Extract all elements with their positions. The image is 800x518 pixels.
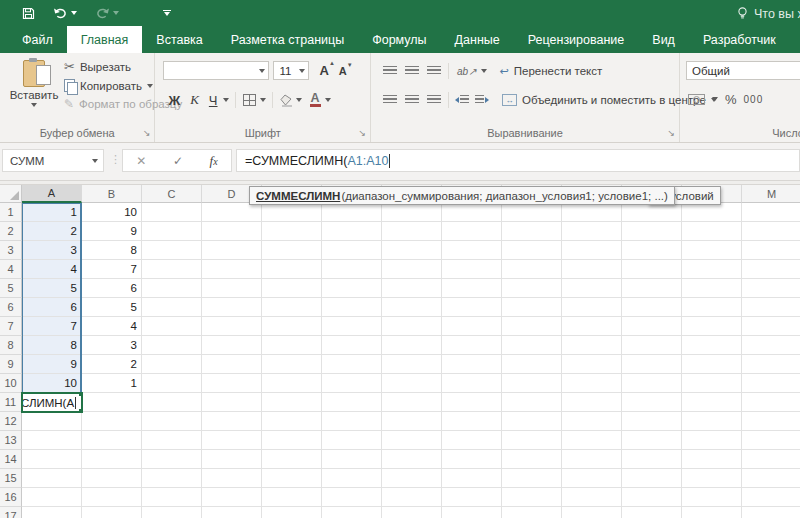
fill-color-dropdown-icon[interactable]	[296, 98, 302, 102]
cell-I4[interactable]	[502, 260, 562, 279]
cell-F1[interactable]	[322, 203, 382, 222]
currency-format-icon[interactable]	[688, 94, 705, 105]
borders-dropdown-icon[interactable]	[260, 98, 266, 102]
increase-font-size-button[interactable]: А▲	[319, 63, 328, 78]
cell-I11[interactable]	[502, 393, 562, 412]
cell-F4[interactable]	[322, 260, 382, 279]
cell-D3[interactable]	[202, 241, 262, 260]
fill-handle[interactable]	[78, 392, 83, 397]
cell-A17[interactable]	[22, 507, 82, 518]
decrease-indent-icon[interactable]	[455, 95, 469, 105]
cell-C5[interactable]	[142, 279, 202, 298]
cell-A2[interactable]: 2	[22, 222, 82, 241]
cell-M3[interactable]	[742, 241, 800, 260]
cell-J15[interactable]	[562, 469, 622, 488]
cell-A7[interactable]: 7	[22, 317, 82, 336]
cell-D2[interactable]	[202, 222, 262, 241]
cell-E17[interactable]	[262, 507, 322, 518]
cell-K17[interactable]	[622, 507, 682, 518]
cell-G8[interactable]	[382, 336, 442, 355]
cell-G11[interactable]	[382, 393, 442, 412]
clipboard-dialog-launcher-icon[interactable]: ↘	[143, 129, 151, 138]
cell-M5[interactable]	[742, 279, 800, 298]
cell-L7[interactable]	[682, 317, 742, 336]
cell-C10[interactable]	[142, 374, 202, 393]
cell-K5[interactable]	[622, 279, 682, 298]
cell-G17[interactable]	[382, 507, 442, 518]
cell-E7[interactable]	[262, 317, 322, 336]
align-center-icon[interactable]	[405, 95, 419, 105]
cell-I7[interactable]	[502, 317, 562, 336]
number-format-combobox[interactable]: Общий	[686, 61, 800, 80]
row-header-15[interactable]: 15	[0, 469, 22, 488]
cell-D13[interactable]	[202, 431, 262, 450]
cell-I16[interactable]	[502, 488, 562, 507]
cell-H8[interactable]	[442, 336, 502, 355]
paste-button[interactable]: Вставить	[8, 60, 60, 124]
cell-H12[interactable]	[442, 412, 502, 431]
tab-Рецензирование[interactable]: Рецензирование	[514, 26, 639, 53]
cell-H9[interactable]	[442, 355, 502, 374]
cell-E13[interactable]	[262, 431, 322, 450]
cell-J8[interactable]	[562, 336, 622, 355]
cell-H10[interactable]	[442, 374, 502, 393]
cell-A12[interactable]	[22, 412, 82, 431]
cell-E8[interactable]	[262, 336, 322, 355]
borders-icon[interactable]	[243, 94, 256, 106]
align-middle-icon[interactable]	[405, 66, 419, 76]
cell-G15[interactable]	[382, 469, 442, 488]
cell-C6[interactable]	[142, 298, 202, 317]
row-header-17[interactable]: 17	[0, 507, 22, 518]
cell-D1[interactable]	[202, 203, 262, 222]
paste-dropdown-icon[interactable]	[31, 103, 37, 107]
cell-B11[interactable]	[82, 393, 142, 412]
cell-F5[interactable]	[322, 279, 382, 298]
cell-J7[interactable]	[562, 317, 622, 336]
align-right-icon[interactable]	[427, 95, 441, 105]
column-header-A[interactable]: A	[22, 185, 82, 203]
cell-L16[interactable]	[682, 488, 742, 507]
cell-K9[interactable]	[622, 355, 682, 374]
cell-C2[interactable]	[142, 222, 202, 241]
cell-C13[interactable]	[142, 431, 202, 450]
fill-handle[interactable]	[78, 408, 83, 413]
cell-B15[interactable]	[82, 469, 142, 488]
cell-H4[interactable]	[442, 260, 502, 279]
cell-G16[interactable]	[382, 488, 442, 507]
cell-L12[interactable]	[682, 412, 742, 431]
cell-F12[interactable]	[322, 412, 382, 431]
cell-A16[interactable]	[22, 488, 82, 507]
cell-K7[interactable]	[622, 317, 682, 336]
row-header-13[interactable]: 13	[0, 431, 22, 450]
cell-K10[interactable]	[622, 374, 682, 393]
cell-A5[interactable]: 5	[22, 279, 82, 298]
cell-F8[interactable]	[322, 336, 382, 355]
cell-M11[interactable]	[742, 393, 800, 412]
cell-E1[interactable]	[262, 203, 322, 222]
row-header-9[interactable]: 9	[0, 355, 22, 374]
cell-G10[interactable]	[382, 374, 442, 393]
cell-H1[interactable]	[442, 203, 502, 222]
cell-J10[interactable]	[562, 374, 622, 393]
column-header-M[interactable]: M	[742, 185, 800, 203]
cell-G12[interactable]	[382, 412, 442, 431]
cell-G13[interactable]	[382, 431, 442, 450]
cell-B14[interactable]	[82, 450, 142, 469]
row-header-16[interactable]: 16	[0, 488, 22, 507]
cell-E11[interactable]	[262, 393, 322, 412]
cell-H14[interactable]	[442, 450, 502, 469]
cell-E16[interactable]	[262, 488, 322, 507]
cell-I15[interactable]	[502, 469, 562, 488]
cell-L8[interactable]	[682, 336, 742, 355]
row-header-11[interactable]: 11	[0, 393, 22, 412]
cell-M8[interactable]	[742, 336, 800, 355]
cell-F10[interactable]	[322, 374, 382, 393]
cell-C9[interactable]	[142, 355, 202, 374]
cell-L14[interactable]	[682, 450, 742, 469]
row-header-3[interactable]: 3	[0, 241, 22, 260]
formula-input[interactable]: =СУММЕСЛИМН(A1:A10	[236, 149, 800, 172]
row-header-4[interactable]: 4	[0, 260, 22, 279]
cell-A1[interactable]: 1	[22, 203, 82, 222]
cell-A6[interactable]: 6	[22, 298, 82, 317]
cell-C12[interactable]	[142, 412, 202, 431]
